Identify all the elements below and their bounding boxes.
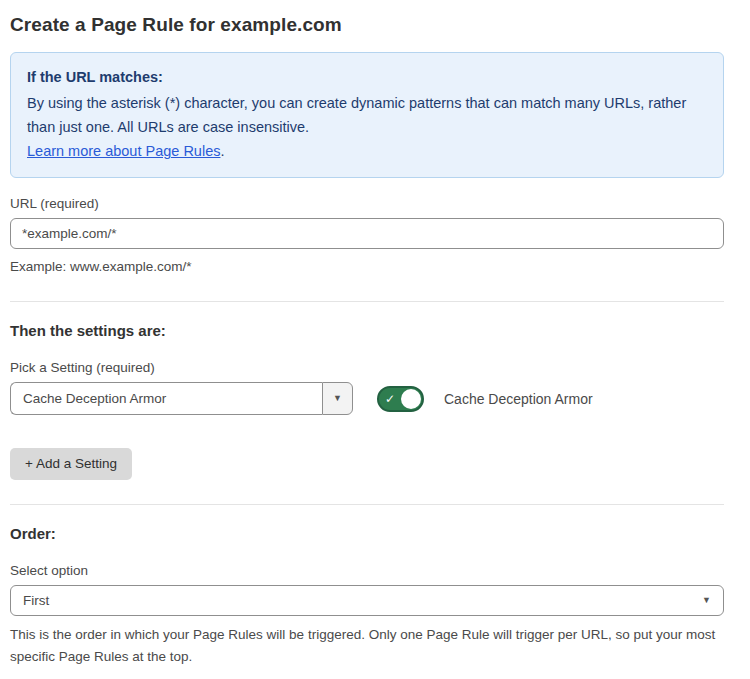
order-helper-text: This is the order in which your Page Rul…	[10, 624, 716, 668]
order-select-value: First	[23, 593, 49, 608]
setting-toggle[interactable]: ✓	[377, 386, 424, 412]
setting-toggle-label: Cache Deception Armor	[444, 391, 593, 407]
url-example-helper: Example: www.example.com/*	[10, 256, 724, 277]
url-input[interactable]	[10, 218, 724, 249]
order-select[interactable]: First ▼	[10, 585, 724, 616]
url-match-info-box: If the URL matches: By using the asteris…	[10, 52, 724, 178]
chevron-down-icon: ▼	[333, 394, 342, 403]
create-page-rule-form: Create a Page Rule for example.com If th…	[0, 0, 750, 679]
setting-select[interactable]: Cache Deception Armor ▼	[10, 382, 353, 415]
chevron-down-icon: ▼	[702, 596, 711, 605]
link-suffix: .	[220, 143, 224, 159]
order-section-heading: Order:	[10, 525, 724, 542]
page-title: Create a Page Rule for example.com	[10, 14, 724, 36]
learn-more-link[interactable]: Learn more about Page Rules	[27, 143, 220, 159]
info-box-body: By using the asterisk (*) character, you…	[27, 91, 707, 139]
url-field-label: URL (required)	[10, 196, 724, 211]
checkmark-icon: ✓	[385, 393, 395, 405]
setting-select-arrow-button[interactable]: ▼	[322, 382, 353, 415]
settings-section-heading: Then the settings are:	[10, 322, 724, 339]
order-select-label: Select option	[10, 563, 724, 578]
add-setting-button[interactable]: + Add a Setting	[10, 448, 132, 480]
setting-select-value[interactable]: Cache Deception Armor	[10, 382, 322, 415]
info-box-link-line: Learn more about Page Rules.	[27, 139, 707, 163]
setting-row: Cache Deception Armor ▼ ✓ Cache Deceptio…	[10, 382, 724, 415]
divider	[10, 301, 724, 302]
toggle-knob	[401, 389, 421, 409]
info-box-heading: If the URL matches:	[27, 65, 707, 89]
divider	[10, 504, 724, 505]
setting-picker-label: Pick a Setting (required)	[10, 360, 724, 375]
